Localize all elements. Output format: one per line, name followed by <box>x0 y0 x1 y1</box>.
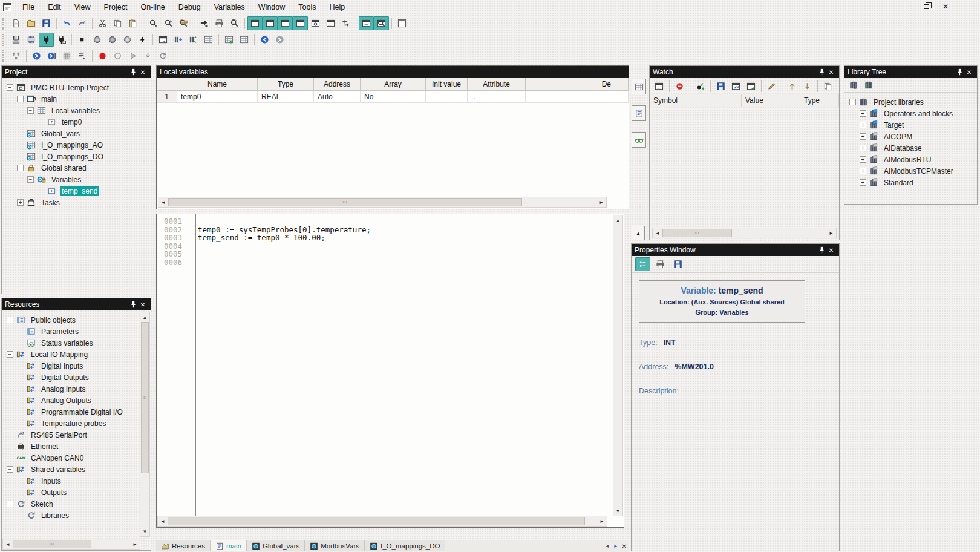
connect-mode-button[interactable] <box>54 33 69 47</box>
tab-i-o-mappings-do[interactable]: I_O_mappings_DO <box>365 540 445 551</box>
open-button[interactable] <box>24 16 39 30</box>
column-header-de[interactable]: De <box>526 78 629 90</box>
menu-variables[interactable]: Variables <box>207 1 252 13</box>
table-cell[interactable] <box>426 91 468 103</box>
debug-record-button[interactable] <box>95 49 110 63</box>
code-line[interactable]: 0004 <box>157 242 624 250</box>
undo-button[interactable] <box>59 16 74 30</box>
tree-item-status-variables[interactable]: Status variables <box>2 337 151 349</box>
move-down-button[interactable] <box>800 79 815 93</box>
expander-plus-icon[interactable]: + <box>860 156 866 163</box>
table-cell[interactable]: No <box>361 91 426 103</box>
scroll-right-arrow[interactable]: ► <box>596 197 606 207</box>
graphic-trigger-button[interactable] <box>186 33 201 47</box>
tab-prev-button[interactable]: ◄ <box>605 544 610 549</box>
find-button[interactable] <box>146 16 161 30</box>
tree-item-temp0[interactable]: rtemp0 <box>2 116 151 128</box>
watch-remove-button[interactable] <box>672 79 687 93</box>
tree-item-global-shared[interactable]: −Global shared <box>2 162 151 174</box>
code-line[interactable]: 0002temp0 := sysTempProbes[0].temperatur… <box>157 225 624 234</box>
tree-item-target[interactable]: +Target <box>844 119 977 131</box>
tree-item-ethernet[interactable]: Ethernet <box>2 441 151 452</box>
full-screen-button[interactable] <box>394 16 410 30</box>
tree-item-standard[interactable]: +Standard <box>844 177 977 188</box>
expander-plus-icon[interactable]: + <box>860 145 866 151</box>
debug-step-button[interactable] <box>140 49 155 63</box>
network-config-button[interactable] <box>8 49 24 63</box>
cut-button[interactable] <box>95 16 110 30</box>
code-editor-panel[interactable]: 00010002temp0 := sysTempProbes[0].temper… <box>156 214 624 528</box>
tree-item-aicopm[interactable]: +AICOPM <box>844 131 977 142</box>
navigate-back-button[interactable] <box>257 33 272 47</box>
print-preview-button[interactable] <box>227 16 242 30</box>
save-properties-button[interactable] <box>670 257 685 271</box>
tab-resources[interactable]: Resources <box>156 540 211 551</box>
pin-button[interactable] <box>128 300 138 309</box>
expander-minus-icon[interactable]: − <box>7 84 13 91</box>
debug-play-button[interactable] <box>125 49 140 63</box>
tab-close-button[interactable]: ✕ <box>622 543 627 550</box>
watch-properties-button[interactable] <box>652 79 667 93</box>
program-list-button[interactable] <box>74 49 90 63</box>
menu-file[interactable]: File <box>16 1 41 13</box>
code-lines[interactable]: 00010002temp0 := sysTempProbes[0].temper… <box>157 217 624 266</box>
expander-minus-icon[interactable]: − <box>849 99 856 105</box>
expander-minus-icon[interactable]: − <box>27 176 34 183</box>
editor-horizontal-scrollbar[interactable]: ◄ ► <box>157 516 607 527</box>
tree-item-shared-variables[interactable]: −Shared variables <box>2 464 151 475</box>
code-line[interactable]: 0005 <box>157 249 624 258</box>
close-button[interactable]: ✕ <box>964 67 974 77</box>
column-header-attribute[interactable]: Attribute <box>468 78 526 90</box>
scroll-right-arrow[interactable]: ► <box>597 516 607 526</box>
tree-item-operators-and-blocks[interactable]: +Operators and blocks <box>844 108 977 119</box>
close-button[interactable]: ✕ <box>138 67 148 77</box>
watch-copy-button[interactable] <box>820 79 835 93</box>
output-window-button[interactable] <box>263 16 278 30</box>
tree-item-project-libraries[interactable]: −Project libraries <box>844 96 977 108</box>
tree-item-parameters[interactable]: Parameters <box>2 326 151 337</box>
menu-tools[interactable]: Tools <box>292 1 322 13</box>
table-watch-button[interactable] <box>632 132 646 148</box>
run-1-button[interactable] <box>90 33 105 47</box>
expander-minus-icon[interactable]: − <box>7 466 13 473</box>
scrollbar-thumb[interactable]: ≡ <box>141 322 149 473</box>
debug-stop-button[interactable] <box>110 49 125 63</box>
expander-minus-icon[interactable]: − <box>7 501 13 507</box>
download-code-button[interactable] <box>135 33 150 47</box>
tree-item-pmc-rtu-temp-project[interactable]: −PMC-RTU-Temp Project <box>2 82 151 93</box>
watch-new-button[interactable] <box>743 79 759 93</box>
table-grid-button[interactable] <box>632 79 646 94</box>
tree-item-rs485-serialport[interactable]: RS485 SerialPort <box>2 429 151 441</box>
trigger-window-button[interactable] <box>171 33 186 47</box>
expander-plus-icon[interactable]: + <box>860 133 866 140</box>
watch-save-button[interactable] <box>713 79 728 93</box>
expander-minus-icon[interactable]: − <box>7 351 13 358</box>
table-cell[interactable]: Auto <box>314 91 361 103</box>
watch-horizontal-scrollbar[interactable]: ◄ III ► <box>652 228 837 238</box>
scrollbar-thumb[interactable]: III <box>662 229 732 237</box>
row-number-cell[interactable]: 1 <box>157 91 177 103</box>
run-3-button[interactable] <box>120 33 135 47</box>
tab-main[interactable]: main <box>211 540 247 551</box>
menu-help[interactable]: Help <box>322 1 351 13</box>
watch-add-button[interactable] <box>155 33 171 47</box>
scroll-up-arrow[interactable]: ▲ <box>613 215 623 225</box>
resources-vertical-scrollbar[interactable]: ▲ ≡ ▼ <box>140 312 150 537</box>
minimize-button[interactable]: – <box>901 1 912 12</box>
library-window-button[interactable] <box>293 16 308 30</box>
code-line[interactable]: 0003temp_send := temp0 * 100.00; <box>157 233 624 242</box>
memory-image-button[interactable] <box>24 33 39 47</box>
operators-window-button[interactable] <box>308 16 323 30</box>
expander-minus-icon[interactable]: − <box>17 165 24 171</box>
tree-item-programmable-digital-i-o[interactable]: Programmable Digital I/O <box>2 406 151 418</box>
scroll-up-arrow[interactable]: ▲ <box>140 312 150 322</box>
tab-next-button[interactable]: ► <box>613 544 618 549</box>
tree-item-local-variables[interactable]: −Local variables <box>2 105 151 116</box>
oscilloscope-button[interactable] <box>201 33 216 47</box>
tree-item-public-objects[interactable]: −Public objects <box>2 314 151 326</box>
connect-button[interactable] <box>39 33 54 47</box>
redo-button[interactable] <box>74 16 90 30</box>
scrollbar-thumb[interactable]: III <box>13 540 91 548</box>
tree-item-i-o-mappings-ao[interactable]: I_O_mappings_AO <box>2 139 151 151</box>
watch-edit-button[interactable] <box>764 79 779 93</box>
